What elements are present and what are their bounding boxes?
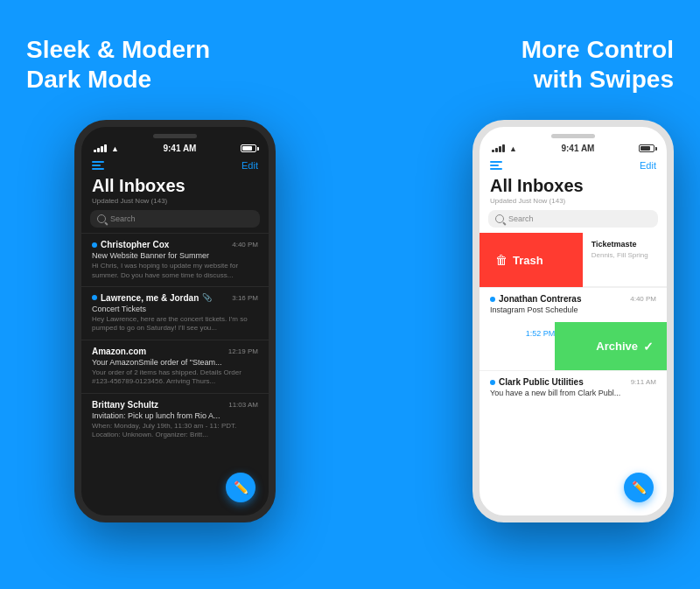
- wifi-icon-light: ▲: [509, 144, 517, 153]
- inbox-title-light: All Inboxes Updated Just Now (143): [480, 174, 667, 205]
- swipe-trash-row: 🗑 Trash Ticketmaste Dennis, Fill Spring: [480, 233, 667, 287]
- right-panel: More Control with Swipes: [350, 0, 700, 589]
- trash-label: Trash: [513, 254, 543, 267]
- inbox-subtitle-dark: Updated Just Now (143): [92, 197, 258, 205]
- pencil-icon-light: ✏️: [632, 480, 647, 494]
- headline-line2: Dark Mode: [26, 66, 151, 93]
- search-icon-light: [495, 214, 504, 223]
- signal-area: ▲: [94, 144, 119, 153]
- subject-2: Concert Tickets: [92, 305, 258, 313]
- phone-top-dark: [81, 127, 269, 142]
- subject-4: Invitation: Pick up lunch from Rio A...: [92, 411, 258, 420]
- right-headline-line1: More Control: [522, 36, 674, 63]
- search-icon-dark: [97, 214, 106, 223]
- preview-3: Your order of 2 items has shipped. Detai…: [92, 368, 258, 387]
- sender-2: Lawrence, me & Jordan 📎: [92, 293, 212, 303]
- email-time-middle: 1:52 PM: [526, 329, 556, 338]
- light-phone: ▲ 9:41 AM Edit: [472, 120, 674, 522]
- time-4: 11:03 AM: [228, 401, 258, 409]
- swipe-archive-row: 1:52 PM Archive ✓: [480, 322, 667, 370]
- trash-icon: 🗑: [495, 253, 508, 267]
- search-bar-dark[interactable]: Search: [90, 210, 260, 228]
- battery-light: [639, 144, 654, 152]
- email-item-2[interactable]: Lawrence, me & Jordan 📎 3:16 PM Concert …: [81, 286, 269, 340]
- right-phone-wrapper: ▲ 9:41 AM Edit: [472, 120, 674, 589]
- partial-sender: Ticketmaste: [592, 240, 658, 249]
- subject-1: New Website Banner for Summer: [92, 251, 258, 260]
- left-phone-wrapper: ▲ 9:41 AM Edit: [26, 120, 324, 589]
- subject-clark: You have a new bill from Clark Publ...: [490, 389, 656, 397]
- preview-1: Hi Chris, I was hoping to update my webs…: [92, 262, 258, 280]
- all-inboxes-title-dark: All Inboxes: [92, 176, 258, 196]
- sender-4: Brittany Schultz: [92, 400, 158, 410]
- archive-action[interactable]: Archive ✓: [555, 322, 667, 370]
- menu-icon-light[interactable]: [490, 161, 502, 170]
- compose-fab-light[interactable]: ✏️: [624, 473, 654, 502]
- preview-2: Hey Lawrence, here are the concert ticke…: [92, 315, 258, 333]
- wifi-icon: ▲: [111, 144, 119, 153]
- search-bar-light[interactable]: Search: [488, 210, 658, 228]
- trash-action[interactable]: 🗑 Trash: [480, 233, 592, 287]
- email-item-1[interactable]: Christopher Cox 4:40 PM New Website Bann…: [81, 233, 269, 286]
- subject-jonathan: Instagram Post Schedule: [490, 305, 656, 314]
- unread-dot-clark: [490, 380, 495, 385]
- left-panel: Sleek & Modern Dark Mode: [0, 0, 350, 589]
- partial-time-left: 1:52 PM: [480, 322, 564, 370]
- sender-clark: Clark Public Utilities: [490, 377, 584, 387]
- archive-label: Archive: [596, 340, 638, 353]
- edit-button-light[interactable]: Edit: [640, 160, 656, 171]
- all-inboxes-title-light: All Inboxes: [490, 176, 656, 196]
- signal-area-light: ▲: [492, 144, 517, 153]
- sender-3: Amazon.com: [92, 347, 146, 356]
- unread-dot-1: [92, 242, 97, 248]
- subject-3: Your AmazonSmile order of "Steam...: [92, 358, 258, 367]
- partial-preview: Dennis, Fill Spring: [592, 251, 658, 259]
- time-jonathan: 4:40 PM: [630, 295, 656, 303]
- phone-top-light: [480, 127, 667, 142]
- unread-dot-2: [92, 295, 97, 300]
- speaker-light: [551, 134, 595, 138]
- status-bar-light: ▲ 9:41 AM: [480, 142, 667, 155]
- signal-bars: [94, 144, 107, 152]
- mail-header-dark: Edit: [81, 155, 269, 174]
- status-bar-dark: ▲ 9:41 AM: [81, 142, 269, 155]
- edit-button-dark[interactable]: Edit: [242, 160, 258, 171]
- headline-line1: Sleek & Modern: [26, 36, 210, 63]
- email-item-4[interactable]: Brittany Schultz 11:03 AM Invitation: Pi…: [81, 393, 269, 446]
- email-list-dark: Christopher Cox 4:40 PM New Website Bann…: [81, 233, 269, 445]
- search-placeholder-dark: Search: [110, 214, 136, 223]
- time-3: 12:19 PM: [228, 347, 258, 355]
- unread-dot-jonathan: [490, 297, 495, 302]
- status-time-dark: 9:41 AM: [163, 144, 196, 153]
- compose-fab-dark[interactable]: ✏️: [226, 473, 256, 502]
- battery-dark: [241, 144, 256, 152]
- time-2: 3:16 PM: [232, 294, 258, 302]
- menu-icon-dark[interactable]: [92, 161, 104, 170]
- sender-jonathan: Jonathan Contreras: [490, 294, 581, 304]
- time-1: 4:40 PM: [232, 241, 258, 249]
- email-jonathan[interactable]: Jonathan Contreras 4:40 PM Instagram Pos…: [480, 287, 667, 322]
- left-headline: Sleek & Modern Dark Mode: [26, 35, 324, 94]
- inbox-subtitle-light: Updated Just Now (143): [490, 197, 656, 205]
- email-clark[interactable]: Clark Public Utilities 9:11 AM You have …: [480, 370, 667, 405]
- speaker-dark: [153, 134, 197, 138]
- signal-bars-light: [492, 144, 505, 152]
- checkmark-icon: ✓: [643, 340, 654, 354]
- preview-4: When: Monday, July 19th, 11:30 am - 11: …: [92, 422, 258, 440]
- right-headline: More Control with Swipes: [522, 35, 674, 94]
- mail-header-light: Edit: [480, 155, 667, 174]
- pencil-icon-dark: ✏️: [234, 480, 248, 494]
- status-time-light: 9:41 AM: [561, 144, 594, 153]
- partial-email-right: Ticketmaste Dennis, Fill Spring: [583, 233, 667, 287]
- search-placeholder-light: Search: [508, 214, 534, 223]
- time-clark: 9:11 AM: [631, 378, 656, 386]
- email-item-3[interactable]: Amazon.com 12:19 PM Your AmazonSmile ord…: [81, 340, 269, 393]
- dark-phone: ▲ 9:41 AM Edit: [74, 120, 276, 522]
- inbox-title-dark: All Inboxes Updated Just Now (143): [81, 174, 269, 205]
- sender-1: Christopher Cox: [92, 240, 169, 249]
- right-headline-line2: with Swipes: [534, 66, 674, 93]
